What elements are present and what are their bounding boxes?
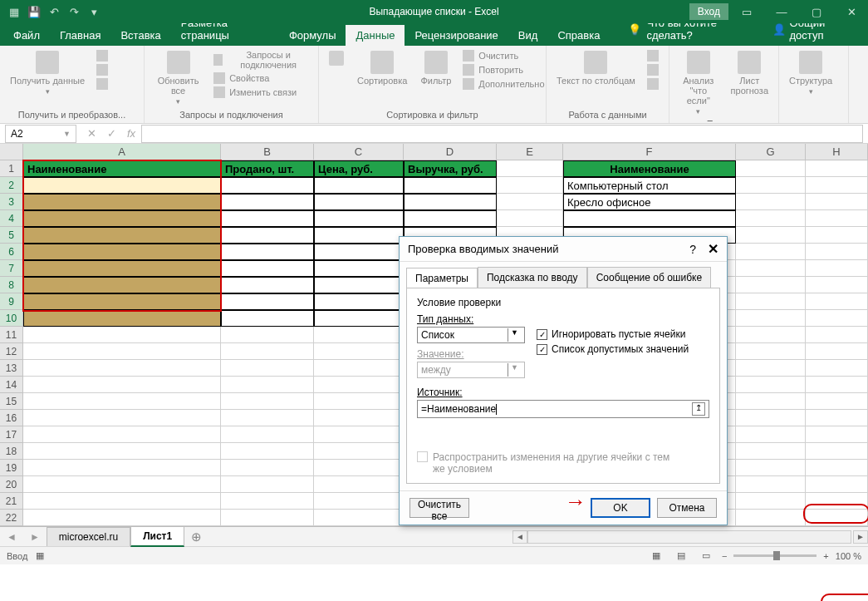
tab-insert[interactable]: Вставка	[110, 25, 170, 46]
select-all[interactable]	[0, 144, 23, 160]
cell-B1[interactable]: Продано, шт.	[221, 160, 314, 177]
row-header-22[interactable]: 22	[0, 510, 23, 526]
cell-A15[interactable]	[23, 393, 221, 410]
cell-G3[interactable]	[736, 194, 806, 210]
view-normal-icon[interactable]: ▦	[647, 549, 665, 564]
row-header-6[interactable]: 6	[0, 244, 23, 260]
cell-H22[interactable]	[806, 510, 868, 526]
cell-C6[interactable]	[314, 244, 404, 260]
cell-B11[interactable]	[221, 327, 314, 343]
cell-H3[interactable]	[806, 194, 868, 210]
cell-G7[interactable]	[736, 260, 806, 277]
cell-A17[interactable]	[23, 426, 221, 443]
cell-C18[interactable]	[314, 443, 404, 460]
cell-A18[interactable]	[23, 443, 221, 460]
col-header-G[interactable]: G	[736, 144, 806, 160]
forecast-sheet-button[interactable]: Лист прогноза	[728, 49, 772, 97]
cell-B19[interactable]	[221, 460, 314, 476]
cell-F2[interactable]: Компьютерный стол	[563, 177, 736, 194]
cell-C4[interactable]	[314, 210, 404, 227]
cell-C13[interactable]	[314, 360, 404, 377]
cell-G6[interactable]	[736, 244, 806, 260]
cell-C22[interactable]	[314, 510, 404, 526]
cell-G5[interactable]	[736, 227, 806, 244]
macro-record-icon[interactable]: ▦	[36, 550, 44, 561]
cell-H19[interactable]	[806, 460, 868, 476]
sort-button[interactable]: Сортировка	[354, 49, 410, 87]
row-header-13[interactable]: 13	[0, 360, 23, 377]
dialog-tab-settings[interactable]: Параметры	[406, 268, 478, 288]
dialog-close-icon[interactable]: ✕	[708, 241, 718, 257]
from-table-button[interactable]	[95, 77, 110, 91]
cell-H21[interactable]	[806, 493, 868, 510]
cell-G19[interactable]	[736, 460, 806, 476]
zoom-slider[interactable]	[733, 554, 817, 557]
cell-G10[interactable]	[736, 310, 806, 327]
tab-file[interactable]: Файл	[3, 25, 50, 46]
cell-H14[interactable]	[806, 377, 868, 393]
zoom-in-icon[interactable]: +	[823, 551, 828, 561]
col-header-A[interactable]: A	[23, 144, 221, 160]
cell-B12[interactable]	[221, 343, 314, 360]
cell-A5[interactable]	[23, 227, 221, 244]
refresh-all-button[interactable]: Обновить все▾	[151, 49, 205, 107]
cell-H9[interactable]	[806, 293, 868, 310]
cell-C1[interactable]: Цена, руб.	[314, 160, 404, 177]
cancel-button[interactable]: Отмена	[657, 498, 717, 518]
from-text-button[interactable]	[95, 49, 110, 62]
view-layout-icon[interactable]: ▤	[672, 549, 690, 564]
cell-H7[interactable]	[806, 260, 868, 277]
formula-bar[interactable]	[141, 125, 863, 143]
clear-filter-button[interactable]: Очистить	[461, 49, 520, 62]
type-select[interactable]: Список▼	[417, 327, 525, 343]
cell-H13[interactable]	[806, 360, 868, 377]
cell-G20[interactable]	[736, 476, 806, 493]
cell-H4[interactable]	[806, 210, 868, 227]
cell-A21[interactable]	[23, 493, 221, 510]
outline-button[interactable]: Структура▾	[786, 49, 836, 97]
col-header-E[interactable]: E	[497, 144, 563, 160]
cell-G14[interactable]	[736, 377, 806, 393]
cell-C17[interactable]	[314, 426, 404, 443]
cell-B9[interactable]	[221, 293, 314, 310]
cell-B14[interactable]	[221, 377, 314, 393]
row-header-10[interactable]: 10	[0, 310, 23, 327]
cell-D1[interactable]: Выручка, руб.	[404, 160, 497, 177]
row-header-3[interactable]: 3	[0, 194, 23, 210]
tab-data[interactable]: Данные	[346, 25, 405, 46]
cell-H2[interactable]	[806, 177, 868, 194]
cell-H6[interactable]	[806, 244, 868, 260]
cell-G16[interactable]	[736, 410, 806, 426]
row-header-1[interactable]: 1	[0, 160, 23, 177]
cell-A10[interactable]	[23, 310, 221, 327]
cell-C11[interactable]	[314, 327, 404, 343]
cell-A19[interactable]	[23, 460, 221, 476]
cell-E3[interactable]	[497, 194, 563, 210]
source-input[interactable]: =Наименование↥	[417, 400, 709, 418]
cell-A20[interactable]	[23, 476, 221, 493]
cell-F3[interactable]: Кресло офисное	[563, 194, 736, 210]
login-button[interactable]: Вход	[689, 3, 728, 20]
row-header-5[interactable]: 5	[0, 227, 23, 244]
hscroll-left-icon[interactable]: ◄	[512, 530, 527, 544]
name-box[interactable]: A2▼	[5, 125, 76, 143]
cell-G8[interactable]	[736, 277, 806, 293]
zoom-level[interactable]: 100 %	[836, 551, 861, 561]
cell-E4[interactable]	[497, 210, 563, 227]
in-cell-dropdown-checkbox[interactable]: ✓Список допустимых значений	[537, 343, 689, 355]
cell-B17[interactable]	[221, 426, 314, 443]
cell-B4[interactable]	[221, 210, 314, 227]
what-if-button[interactable]: Анализ "что если"▾	[676, 49, 721, 117]
tab-help[interactable]: Справка	[547, 25, 610, 46]
ok-button[interactable]: OK	[591, 498, 650, 518]
flash-fill-button[interactable]	[645, 49, 660, 62]
dialog-help-icon[interactable]: ?	[689, 243, 696, 256]
cell-H16[interactable]	[806, 410, 868, 426]
text-to-columns-button[interactable]: Текст по столбцам	[553, 49, 639, 87]
cell-D3[interactable]	[404, 194, 497, 210]
cell-H8[interactable]	[806, 277, 868, 293]
cell-B6[interactable]	[221, 244, 314, 260]
cell-A6[interactable]	[23, 244, 221, 260]
row-header-18[interactable]: 18	[0, 443, 23, 460]
cell-B5[interactable]	[221, 227, 314, 244]
